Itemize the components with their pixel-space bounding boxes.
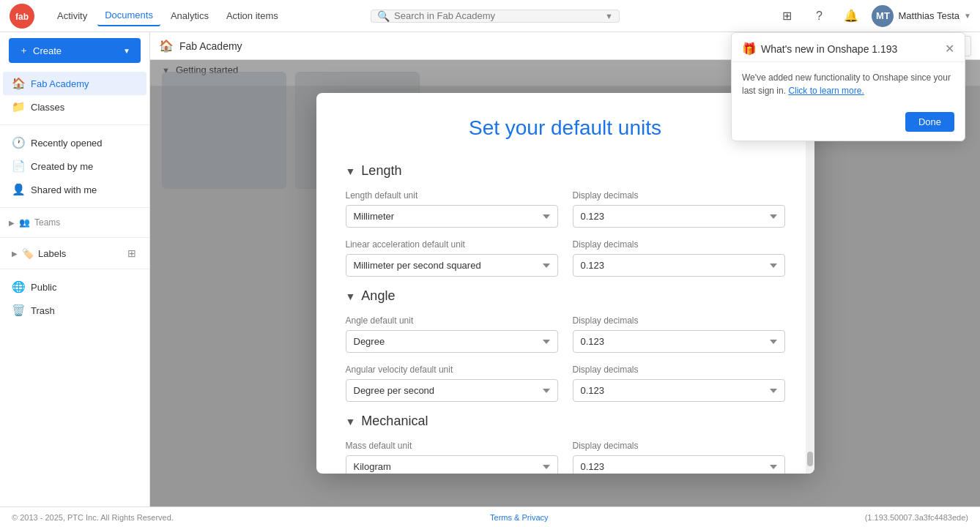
- labels-row: ▶ 🏷️ Labels ⊞: [3, 241, 146, 266]
- sidebar-section-public: 🌐 Public 🗑️ Trash: [0, 272, 149, 325]
- linear-accel-unit-group: Linear acceleration default unit Millime…: [346, 239, 558, 277]
- angle-decimals-group: Display decimals 0.1 0.12 0.123 0.1234: [573, 315, 785, 353]
- teams-icon: 👥: [19, 217, 30, 228]
- mechanical-chevron-icon: ▼: [346, 416, 356, 427]
- length-decimals-group: Display decimals 0.1 0.12 0.123 0.1234: [573, 190, 785, 228]
- workspace-icon: 🏠: [159, 39, 174, 53]
- angle-decimals-label: Display decimals: [573, 315, 785, 326]
- length-chevron-icon: ▼: [346, 165, 356, 177]
- popup-done-button[interactable]: Done: [905, 112, 954, 132]
- whats-new-popup: 🎁 What's new in Onshape 1.193 ✕ We've ad…: [731, 32, 965, 141]
- footer-copyright: © 2013 - 2025, PTC Inc. All Rights Reser…: [12, 513, 174, 522]
- nav-activity[interactable]: Activity: [50, 6, 94, 26]
- notification-icon[interactable]: 🔔: [839, 4, 863, 28]
- gift-icon: 🎁: [742, 42, 757, 56]
- linear-accel-row: Linear acceleration default unit Millime…: [346, 239, 785, 277]
- length-section-header[interactable]: ▼ Length: [346, 163, 785, 179]
- nav-analytics[interactable]: Analytics: [163, 6, 216, 26]
- create-icon: ＋: [19, 44, 29, 57]
- public-icon: 🌐: [12, 280, 25, 294]
- modal-scrollbar[interactable]: [806, 93, 814, 474]
- angular-velocity-select[interactable]: Degree per second Radian per second: [346, 379, 558, 402]
- sidebar-item-teams[interactable]: ▶ 👥 Teams: [3, 214, 146, 231]
- linear-accel-decimals-select[interactable]: 0.1 0.12 0.123 0.1234: [573, 254, 785, 277]
- user-dropdown-icon: ▼: [964, 12, 971, 20]
- footer-terms[interactable]: Terms & Privacy: [490, 513, 548, 522]
- create-button[interactable]: ＋ Create ▼: [9, 38, 141, 63]
- set-default-units-modal: Set your default units ▼ Length Length d…: [316, 93, 814, 474]
- label-icon: 🏷️: [22, 248, 34, 259]
- labels-add-icon[interactable]: ⊞: [123, 244, 141, 262]
- angle-chevron-icon: ▼: [346, 291, 356, 302]
- angle-section-header[interactable]: ▼ Angle: [346, 288, 785, 304]
- nav-action-items[interactable]: Action items: [219, 6, 286, 26]
- angle-unit-row: Angle default unit Degree Radian Display…: [346, 315, 785, 353]
- linear-accel-decimals-group: Display decimals 0.1 0.12 0.123 0.1234: [573, 239, 785, 277]
- angular-velocity-row: Angular velocity default unit Degree per…: [346, 365, 785, 402]
- clock-icon: 🕐: [12, 136, 25, 149]
- grid-icon[interactable]: ⊞: [775, 4, 798, 28]
- help-icon[interactable]: ?: [807, 4, 831, 28]
- logo[interactable]: fab: [9, 3, 35, 29]
- sidebar-item-fab-academy[interactable]: 🏠 Fab Academy: [3, 72, 146, 95]
- popup-learn-more-link[interactable]: Click to learn more.: [788, 86, 864, 96]
- sidebar-item-classes[interactable]: 📁 Classes: [3, 95, 146, 119]
- user-menu[interactable]: MT Matthias Testa ▼: [872, 5, 971, 27]
- top-navigation: fab Activity Documents Analytics Action …: [0, 0, 980, 32]
- sidebar-item-created-by-me[interactable]: 📄 Created by me: [3, 154, 146, 178]
- sidebar-section-teams: ▶ 👥 Teams: [0, 211, 149, 234]
- popup-close-button[interactable]: ✕: [945, 42, 954, 56]
- sidebar-item-labels[interactable]: ▶ 🏷️ Labels: [12, 248, 66, 259]
- svg-text:fab: fab: [15, 12, 29, 22]
- expand-icon: ▶: [9, 219, 15, 227]
- sidebar-item-trash[interactable]: 🗑️ Trash: [3, 299, 146, 322]
- document-icon: 📄: [12, 160, 25, 173]
- sidebar-divider-3: [0, 237, 149, 238]
- folder-icon: 📁: [12, 100, 25, 113]
- workspace-title[interactable]: Fab Academy: [179, 40, 242, 52]
- sidebar-section-personal: 🕐 Recently opened 📄 Created by me 👤 Shar…: [0, 128, 149, 204]
- expand-icon-2: ▶: [12, 250, 18, 258]
- mass-unit-select[interactable]: Kilogram Gram Pound Ounce: [346, 455, 558, 474]
- search-icon: 🔍: [377, 10, 390, 22]
- mass-unit-label: Mass default unit: [346, 441, 558, 451]
- nav-right: ⊞ ? 🔔 MT Matthias Testa ▼: [775, 4, 971, 28]
- length-unit-select[interactable]: Millimeter Inch Foot Centimeter Meter: [346, 205, 558, 228]
- user-name: Matthias Testa: [898, 10, 959, 21]
- angle-section-title: Angle: [361, 288, 395, 304]
- length-unit-row: Length default unit Millimeter Inch Foot…: [346, 190, 785, 228]
- sidebar-item-recently-opened[interactable]: 🕐 Recently opened: [3, 131, 146, 154]
- sidebar-item-public[interactable]: 🌐 Public: [3, 275, 146, 299]
- mechanical-section-header[interactable]: ▼ Mechanical: [346, 414, 785, 429]
- nav-items: Activity Documents Analytics Action item…: [50, 5, 286, 26]
- sidebar-divider-4: [0, 269, 149, 269]
- avatar: MT: [872, 5, 894, 27]
- sidebar-item-shared-with-me[interactable]: 👤 Shared with me: [3, 178, 146, 201]
- mechanical-section-title: Mechanical: [361, 414, 428, 429]
- popup-body: We've added new functionality to Onshape…: [732, 62, 965, 106]
- nav-documents[interactable]: Documents: [97, 5, 160, 26]
- popup-footer: Done: [732, 106, 965, 141]
- trash-icon: 🗑️: [12, 304, 25, 317]
- mass-decimals-group: Display decimals 0.1 0.12 0.123 0.1234: [573, 441, 785, 474]
- search-bar[interactable]: 🔍 ▼: [371, 10, 620, 23]
- angular-velocity-label: Angular velocity default unit: [346, 365, 558, 375]
- search-input[interactable]: [394, 10, 601, 21]
- angle-unit-label: Angle default unit: [346, 315, 558, 326]
- sidebar-divider: [0, 124, 149, 125]
- shared-icon: 👤: [12, 183, 25, 196]
- length-default-unit-group: Length default unit Millimeter Inch Foot…: [346, 190, 558, 228]
- linear-accel-select[interactable]: Millimeter per second squared Inch per s…: [346, 254, 558, 277]
- angular-velocity-decimals-select[interactable]: 0.1 0.12 0.123 0.1234: [573, 379, 785, 402]
- angle-unit-select[interactable]: Degree Radian: [346, 330, 558, 353]
- length-section-title: Length: [361, 163, 401, 179]
- angle-decimals-select[interactable]: 0.1 0.12 0.123 0.1234: [573, 330, 785, 353]
- footer: © 2013 - 2025, PTC Inc. All Rights Reser…: [0, 507, 980, 527]
- length-decimals-select[interactable]: 0.1 0.12 0.123 0.1234: [573, 205, 785, 228]
- sidebar: ＋ Create ▼ 🏠 Fab Academy 📁 Classes 🕐 Rec…: [0, 32, 150, 507]
- length-unit-label: Length default unit: [346, 190, 558, 201]
- linear-accel-label: Linear acceleration default unit: [346, 239, 558, 250]
- angular-velocity-unit-group: Angular velocity default unit Degree per…: [346, 365, 558, 402]
- mass-decimals-select[interactable]: 0.1 0.12 0.123 0.1234: [573, 455, 785, 474]
- angular-velocity-decimals-group: Display decimals 0.1 0.12 0.123 0.1234: [573, 365, 785, 402]
